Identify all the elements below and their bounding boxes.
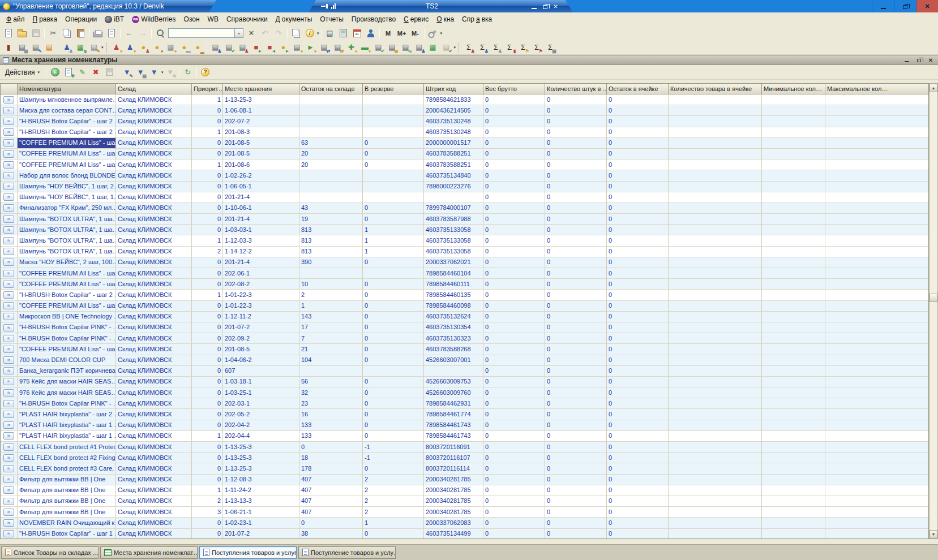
doc-coins-stack-icon[interactable]: ▤◉ bbox=[386, 42, 399, 53]
item-picture-icon[interactable]: ≈ bbox=[3, 421, 14, 429]
tab-goods-on-stocks[interactable]: Список Товары на складах … bbox=[1, 546, 98, 559]
print-document-icon[interactable]: ▤✎ bbox=[29, 42, 42, 53]
menu-edit[interactable]: Правка bbox=[29, 14, 62, 25]
cut-icon[interactable]: ✂ bbox=[47, 28, 59, 39]
tab-receipts-list[interactable]: Поступления товаров и услуг bbox=[199, 546, 297, 559]
user-settings-icon[interactable] bbox=[365, 28, 377, 39]
item-picture-icon[interactable]: ≈ bbox=[3, 96, 14, 104]
table-row[interactable]: ≈"H-BRUSH Botox Capilar PINK" - …Склад К… bbox=[1, 322, 928, 333]
item-picture-icon[interactable]: ≈ bbox=[3, 226, 14, 234]
coins-flow-icon[interactable]: ●▂ bbox=[192, 42, 204, 53]
item-picture-icon[interactable]: ≈ bbox=[3, 204, 14, 212]
chevron-down-icon[interactable]: ▾ bbox=[101, 45, 104, 50]
coin-bar-icon[interactable]: ●▬ bbox=[178, 42, 191, 53]
menu-windows[interactable]: Окна bbox=[432, 14, 458, 25]
item-picture-icon[interactable]: ≈ bbox=[3, 509, 14, 516]
table-row[interactable]: ≈Фильтр для вытяжки BB | OneСклад КЛИМОВ… bbox=[1, 507, 928, 518]
coins-in-icon[interactable]: ●► bbox=[277, 42, 290, 53]
debtor-red-icon[interactable]: ♟● bbox=[110, 42, 123, 53]
item-picture-icon[interactable]: ≈ bbox=[3, 367, 14, 374]
menu-production[interactable]: Производство bbox=[348, 14, 400, 25]
counterparties-icon[interactable]: ♟♟ bbox=[61, 42, 73, 53]
copy-icon[interactable] bbox=[61, 28, 73, 39]
item-picture-icon[interactable]: ≈ bbox=[3, 248, 14, 255]
table-row[interactable]: ≈Миска для состава серая CONT…Склад КЛИМ… bbox=[1, 105, 928, 116]
rdp-minimize-button[interactable] bbox=[529, 2, 539, 11]
tab-storage-places[interactable]: Места хранения номенклат… bbox=[100, 546, 198, 559]
table-row[interactable]: ≈"COFFEE PREMIUM All Liss" - шаг…Склад К… bbox=[1, 160, 928, 170]
column-header-sklad[interactable]: Склад bbox=[116, 84, 192, 94]
filter-set-icon[interactable]: ▼✎ bbox=[121, 67, 133, 78]
table-row[interactable]: ≈"COFFEE PREMIUM All Liss" - шаг…Склад К… bbox=[1, 301, 928, 312]
table-row[interactable]: ≈Банка_kerarganic ПЭТ коричнева…Склад КЛ… bbox=[1, 366, 928, 377]
table-row[interactable]: ≈Фильтр для вытяжки BB | OneСклад КЛИМОВ… bbox=[1, 496, 928, 507]
values-list-icon[interactable]: ▤ bbox=[324, 28, 336, 39]
item-picture-icon[interactable]: ≈ bbox=[3, 411, 14, 418]
m-minus-button[interactable]: M- bbox=[409, 28, 422, 39]
add-coins-icon[interactable]: ✚● bbox=[345, 42, 358, 53]
table-row[interactable]: ≈"H-BRUSH Botox Capilar" - шаг 2 …Склад … bbox=[1, 127, 928, 138]
item-picture-icon[interactable]: ≈ bbox=[3, 128, 14, 136]
table-row[interactable]: ≈700 Миска DEMI COLOR CUPСклад КЛИМОВСК0… bbox=[1, 355, 928, 366]
print-preview-icon[interactable] bbox=[105, 28, 118, 39]
table-row[interactable]: ≈Шампунь "BOTOX ULTRA", 1 ша…Склад КЛИМО… bbox=[1, 214, 928, 225]
table-row[interactable]: ≈"COFFEE PREMIUM All Liss" - шаг…Склад К… bbox=[1, 268, 928, 279]
report-flag-icon[interactable]: Σ⚑ bbox=[517, 42, 529, 53]
column-header-maxq[interactable]: Максимальное кол… bbox=[825, 84, 929, 94]
search-dropdown-button[interactable]: ▾ bbox=[235, 28, 243, 38]
column-header-cellrem[interactable]: Остаток в ячейке bbox=[607, 84, 669, 94]
item-picture-icon[interactable]: ≈ bbox=[3, 454, 14, 462]
print-registry-icon[interactable]: ▤▦ bbox=[16, 42, 28, 53]
table-row[interactable]: ≈"H-BRUSH Botox Capilar PINK" - …Склад К… bbox=[1, 333, 928, 344]
table-row[interactable]: ≈Шампунь "НОУ ВЕЙВС", 1 шаг, 2…Склад КЛИ… bbox=[1, 182, 928, 192]
menu-references[interactable]: Справочники bbox=[222, 14, 272, 25]
delete-icon[interactable]: ✖ bbox=[89, 67, 102, 78]
item-picture-icon[interactable]: ≈ bbox=[3, 259, 14, 266]
menu-help[interactable]: Справка bbox=[458, 14, 496, 25]
cash-register-icon[interactable]: ▤✎ bbox=[88, 42, 100, 53]
report-person-gray-icon[interactable]: Σ♟ bbox=[490, 42, 502, 53]
open-icon[interactable] bbox=[16, 28, 28, 39]
table-row[interactable]: ≈"PLAST HAIR bixyplastia" - шаг 1 …Склад… bbox=[1, 420, 928, 431]
coins-person-icon[interactable]: ●♟ bbox=[138, 42, 150, 53]
forward-icon[interactable]: → bbox=[136, 28, 149, 39]
column-header-reserve[interactable]: В резерве bbox=[363, 84, 424, 94]
item-picture-icon[interactable]: ≈ bbox=[3, 237, 14, 244]
table-row[interactable]: ≈Финализатор "FX Крим", 250 мл…Склад КЛИ… bbox=[1, 203, 928, 214]
child-restore-button[interactable] bbox=[914, 56, 923, 64]
table-row[interactable]: ≈Шампунь "НОУ ВЕЙВС", 1 шаг, 1…Склад КЛИ… bbox=[1, 192, 928, 203]
item-picture-icon[interactable]: ≈ bbox=[3, 313, 14, 320]
menu-wb[interactable]: WB bbox=[204, 14, 222, 25]
table-row[interactable]: ≈CELL FLEX bond protect #3 Care, …Склад … bbox=[1, 463, 928, 474]
menu-ozon[interactable]: Озон bbox=[180, 14, 204, 25]
rdp-restore-button[interactable] bbox=[540, 2, 550, 11]
doc-person-icon[interactable]: ▤♟ bbox=[413, 42, 426, 53]
item-picture-icon[interactable]: ≈ bbox=[3, 486, 14, 494]
item-picture-icon[interactable]: ≈ bbox=[3, 270, 14, 277]
table-row[interactable]: ≈976 Кейс для маски HAIR SEAS…Склад КЛИМ… bbox=[1, 387, 928, 398]
receipt-cube-icon[interactable]: ■► bbox=[250, 42, 263, 53]
menu-ibt[interactable]: iBT bbox=[101, 14, 128, 25]
menu-service[interactable]: Сервис bbox=[400, 14, 432, 25]
menu-reports[interactable]: Отчеты bbox=[316, 14, 347, 25]
minimize-button[interactable] bbox=[872, 0, 894, 12]
restore-button[interactable] bbox=[894, 0, 916, 12]
chevron-down-icon[interactable]: ▾ bbox=[161, 70, 164, 75]
menu-file[interactable]: Файл bbox=[2, 14, 29, 25]
close-button[interactable]: ✕ bbox=[916, 0, 938, 12]
edit-icon[interactable]: ✎ bbox=[76, 67, 88, 78]
tab-receipt-document[interactable]: Поступление товаров и услу… bbox=[298, 546, 396, 559]
help-icon[interactable]: ? bbox=[199, 67, 212, 78]
m-plus-button[interactable]: M+ bbox=[396, 28, 408, 39]
info-icon[interactable]: i bbox=[303, 28, 316, 39]
table-row[interactable]: ≈Маска "НОУ ВЕЙВС", 2 шаг, 100…Склад КЛИ… bbox=[1, 257, 928, 268]
table-row[interactable]: ≈Шампунь "BOTOX ULTRA", 1 ша…Склад КЛИМО… bbox=[1, 247, 928, 257]
item-picture-icon[interactable]: ≈ bbox=[3, 432, 14, 440]
item-picture-icon[interactable]: ≈ bbox=[3, 389, 14, 397]
item-picture-icon[interactable]: ≈ bbox=[3, 302, 14, 309]
debtor-blue-icon[interactable]: ♟● bbox=[124, 42, 136, 53]
paste-icon[interactable] bbox=[74, 28, 87, 39]
table-row[interactable]: ≈Шампунь "BOTOX ULTRA", 1 ша…Склад КЛИМО… bbox=[1, 235, 928, 246]
doc-percent-icon[interactable]: ▤% bbox=[400, 42, 412, 53]
return-coins-icon[interactable]: ►● bbox=[305, 42, 317, 53]
